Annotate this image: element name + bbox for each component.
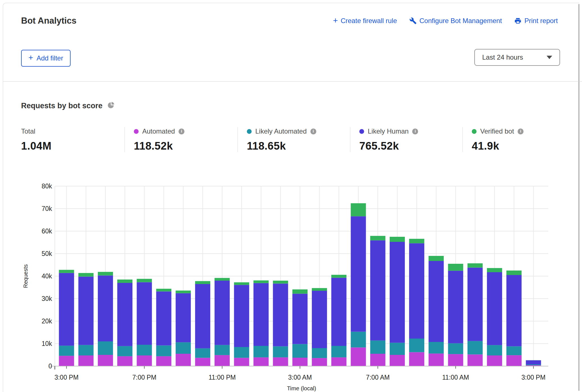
bar-segment-likely-human[interactable] — [409, 243, 424, 339]
bar-segment-likely-human[interactable] — [78, 277, 94, 345]
bar-segment-likely-human[interactable] — [215, 281, 230, 345]
bar-segment-likely-human[interactable] — [487, 272, 502, 345]
bar-segment-likely-human[interactable] — [312, 291, 327, 348]
bar-segment-verified-bot[interactable] — [292, 289, 308, 294]
bar-segment-automated[interactable] — [273, 357, 288, 366]
bar-segment-automated[interactable] — [390, 355, 405, 366]
bar-segment-automated[interactable] — [234, 358, 249, 366]
bar-segment-likely-automated[interactable] — [312, 348, 327, 358]
bar-segment-likely-human[interactable] — [234, 285, 249, 347]
bar-segment-verified-bot[interactable] — [331, 275, 346, 278]
bar-segment-likely-automated[interactable] — [506, 346, 522, 355]
bar-segment-automated[interactable] — [312, 358, 327, 366]
bar-segment-likely-automated[interactable] — [234, 347, 249, 358]
bar-segment-likely-human[interactable] — [448, 271, 463, 343]
time-range-dropdown[interactable]: Last 24 hours — [474, 49, 560, 66]
bar-segment-likely-human[interactable] — [273, 283, 288, 346]
bar-segment-verified-bot[interactable] — [506, 271, 522, 275]
bar-segment-automated[interactable] — [448, 354, 463, 366]
bar-segment-verified-bot[interactable] — [234, 282, 249, 285]
bar-segment-likely-human[interactable] — [428, 261, 444, 342]
bar-segment-likely-automated[interactable] — [448, 343, 463, 354]
bar-segment-likely-automated[interactable] — [487, 345, 502, 355]
bar-segment-likely-automated[interactable] — [370, 341, 385, 354]
bar-segment-verified-bot[interactable] — [59, 270, 74, 273]
bar-segment-verified-bot[interactable] — [156, 289, 172, 292]
bar-segment-likely-automated[interactable] — [351, 332, 366, 348]
bar-segment-likely-automated[interactable] — [98, 341, 113, 355]
bar-segment-automated[interactable] — [428, 353, 444, 366]
bar-segment-automated[interactable] — [195, 358, 210, 366]
bar-segment-automated[interactable] — [117, 356, 132, 366]
bar-segment-likely-automated[interactable] — [273, 346, 288, 357]
bar-segment-likely-human[interactable] — [526, 360, 541, 364]
bar-segment-likely-human[interactable] — [156, 291, 172, 345]
bar-segment-likely-automated[interactable] — [526, 364, 541, 365]
bar-segment-likely-automated[interactable] — [59, 346, 74, 356]
print-report-link[interactable]: Print report — [514, 17, 558, 25]
configure-bot-management-link[interactable]: Configure Bot Management — [409, 17, 502, 25]
bar-segment-verified-bot[interactable] — [195, 281, 210, 284]
bar-segment-verified-bot[interactable] — [98, 272, 113, 276]
bar-segment-verified-bot[interactable] — [78, 273, 94, 277]
bar-segment-likely-human[interactable] — [195, 284, 210, 348]
bar-segment-automated[interactable] — [215, 355, 230, 366]
info-icon[interactable]: i — [412, 129, 418, 134]
bar-segment-verified-bot[interactable] — [312, 288, 327, 291]
bar-segment-verified-bot[interactable] — [428, 256, 444, 261]
bar-segment-likely-human[interactable] — [98, 276, 113, 341]
bar-segment-likely-automated[interactable] — [428, 342, 444, 353]
bar-segment-likely-automated[interactable] — [215, 345, 230, 355]
bar-segment-likely-human[interactable] — [59, 273, 74, 346]
bar-segment-verified-bot[interactable] — [176, 290, 191, 293]
bar-segment-likely-human[interactable] — [176, 293, 191, 342]
bar-segment-likely-automated[interactable] — [137, 345, 152, 355]
bar-segment-likely-automated[interactable] — [390, 343, 405, 355]
bar-segment-automated[interactable] — [370, 354, 385, 366]
info-icon[interactable]: i — [310, 129, 316, 134]
bar-segment-likely-automated[interactable] — [292, 344, 308, 358]
bar-segment-verified-bot[interactable] — [448, 264, 463, 271]
bar-segment-automated[interactable] — [487, 355, 502, 366]
bar-segment-automated[interactable] — [176, 354, 191, 366]
bar-segment-verified-bot[interactable] — [117, 280, 132, 283]
bar-segment-automated[interactable] — [137, 355, 152, 366]
bar-segment-likely-human[interactable] — [292, 294, 308, 344]
bar-segment-verified-bot[interactable] — [351, 203, 366, 216]
bar-segment-verified-bot[interactable] — [409, 239, 424, 243]
bar-segment-automated[interactable] — [78, 355, 94, 366]
bar-segment-likely-human[interactable] — [506, 275, 522, 346]
bar-segment-verified-bot[interactable] — [273, 281, 288, 283]
bar-segment-verified-bot[interactable] — [390, 237, 405, 242]
bar-segment-likely-automated[interactable] — [195, 348, 210, 358]
bar-segment-likely-automated[interactable] — [409, 339, 424, 352]
bar-segment-automated[interactable] — [506, 355, 522, 366]
bar-segment-likely-human[interactable] — [117, 283, 132, 346]
bar-segment-likely-human[interactable] — [331, 278, 346, 346]
bar-segment-likely-human[interactable] — [137, 282, 152, 345]
vertical-scrollbar[interactable] — [578, 4, 579, 391]
bar-segment-likely-automated[interactable] — [117, 346, 132, 356]
bar-segment-automated[interactable] — [468, 354, 483, 366]
bar-segment-likely-automated[interactable] — [78, 345, 94, 355]
info-icon[interactable]: i — [518, 129, 524, 134]
bar-segment-verified-bot[interactable] — [215, 278, 230, 281]
bar-segment-verified-bot[interactable] — [370, 236, 385, 240]
bar-segment-verified-bot[interactable] — [468, 263, 483, 267]
bar-segment-likely-automated[interactable] — [331, 346, 346, 357]
bar-segment-automated[interactable] — [254, 357, 269, 366]
bar-segment-likely-human[interactable] — [254, 283, 269, 346]
bar-segment-verified-bot[interactable] — [254, 280, 269, 283]
create-firewall-rule-link[interactable]: + Create firewall rule — [333, 17, 397, 25]
bar-segment-likely-human[interactable] — [390, 242, 405, 343]
bar-segment-likely-human[interactable] — [370, 240, 385, 341]
add-filter-button[interactable]: + Add filter — [21, 50, 71, 67]
bar-segment-likely-human[interactable] — [468, 268, 483, 341]
bar-segment-automated[interactable] — [156, 356, 172, 366]
bar-segment-automated[interactable] — [351, 348, 366, 366]
bar-segment-automated[interactable] — [331, 357, 346, 366]
bar-segment-likely-automated[interactable] — [254, 346, 269, 357]
bar-segment-likely-automated[interactable] — [468, 341, 483, 355]
info-icon[interactable]: i — [179, 129, 184, 134]
bar-segment-verified-bot[interactable] — [137, 279, 152, 282]
